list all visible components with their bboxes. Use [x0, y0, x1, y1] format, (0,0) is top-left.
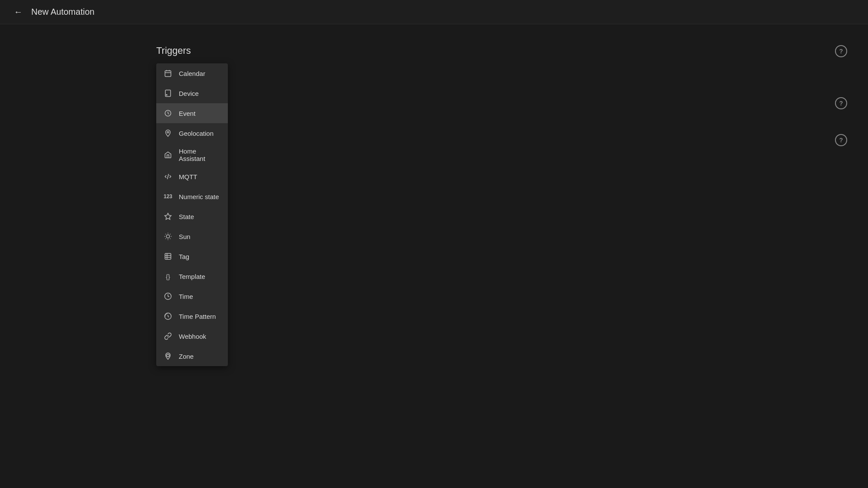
- svg-rect-0: [165, 71, 171, 77]
- svg-line-8: [168, 174, 169, 179]
- menu-label-geolocation: Geolocation: [179, 130, 221, 137]
- svg-rect-19: [165, 253, 171, 259]
- menu-item-webhook[interactable]: Webhook: [156, 326, 228, 346]
- menu-item-tag[interactable]: Tag: [156, 246, 228, 266]
- menu-label-mqtt: MQTT: [179, 173, 221, 180]
- event-icon: [163, 108, 173, 118]
- tag-icon: [163, 252, 173, 261]
- help-icon-1[interactable]: ?: [835, 45, 847, 57]
- menu-label-calendar: Calendar: [179, 70, 221, 77]
- menu-item-geolocation[interactable]: Geolocation: [156, 123, 228, 143]
- geolocation-icon: [163, 128, 173, 138]
- header: ← New Automation: [0, 0, 868, 24]
- menu-label-device: Device: [179, 90, 221, 97]
- menu-label-home-assistant: Home Assistant: [179, 147, 221, 162]
- time-icon: [163, 291, 173, 301]
- menu-label-numeric-state: Numeric state: [179, 193, 221, 200]
- menu-item-device[interactable]: Device: [156, 83, 228, 103]
- menu-label-time: Time: [179, 293, 221, 300]
- menu-label-state: State: [179, 213, 221, 220]
- menu-item-mqtt[interactable]: MQTT: [156, 167, 228, 187]
- back-button[interactable]: ←: [10, 4, 26, 20]
- svg-marker-9: [165, 213, 171, 219]
- home-assistant-icon: [163, 150, 173, 160]
- svg-line-17: [165, 239, 166, 239]
- svg-line-18: [170, 234, 171, 234]
- state-icon: [163, 212, 173, 221]
- calendar-icon: [163, 69, 173, 78]
- trigger-type-menu: Calendar Device Event: [156, 63, 228, 366]
- back-icon: ←: [14, 7, 23, 17]
- numeric-state-icon: 123: [163, 192, 173, 201]
- menu-item-time-pattern[interactable]: Time Pattern: [156, 306, 228, 326]
- menu-item-state[interactable]: State: [156, 206, 228, 226]
- svg-line-14: [170, 239, 171, 239]
- menu-item-sun[interactable]: Sun: [156, 226, 228, 246]
- time-pattern-icon: [163, 311, 173, 321]
- section-header: Triggers: [156, 45, 391, 56]
- menu-label-time-pattern: Time Pattern: [179, 313, 221, 320]
- main-content: ? ? ? Triggers Calendar: [0, 24, 868, 366]
- menu-item-home-assistant[interactable]: Home Assistant: [156, 143, 228, 167]
- help-icon-2[interactable]: ?: [835, 97, 847, 109]
- svg-point-25: [167, 354, 169, 357]
- svg-rect-5: [166, 95, 167, 95]
- webhook-icon: [163, 331, 173, 341]
- mqtt-icon: [163, 172, 173, 181]
- page-title: New Automation: [31, 7, 95, 17]
- menu-label-webhook: Webhook: [179, 333, 221, 340]
- help-icon-3[interactable]: ?: [835, 134, 847, 146]
- svg-point-10: [166, 235, 170, 238]
- menu-item-template[interactable]: {} Template: [156, 266, 228, 286]
- triggers-section: Triggers Calendar Device: [156, 45, 391, 366]
- menu-item-zone[interactable]: Zone: [156, 346, 228, 366]
- menu-label-zone: Zone: [179, 353, 221, 360]
- menu-label-event: Event: [179, 110, 221, 117]
- svg-line-13: [165, 234, 166, 234]
- menu-label-sun: Sun: [179, 233, 221, 240]
- menu-item-calendar[interactable]: Calendar: [156, 63, 228, 83]
- sun-icon: [163, 232, 173, 241]
- template-icon: {}: [163, 272, 173, 281]
- menu-label-tag: Tag: [179, 253, 221, 260]
- menu-item-time[interactable]: Time: [156, 286, 228, 306]
- triggers-title: Triggers: [156, 45, 191, 56]
- svg-point-7: [167, 131, 169, 133]
- menu-label-template: Template: [179, 273, 221, 280]
- zone-icon: [163, 351, 173, 361]
- menu-item-numeric-state[interactable]: 123 Numeric state: [156, 187, 228, 206]
- device-icon: [163, 88, 173, 98]
- menu-item-event[interactable]: Event: [156, 103, 228, 123]
